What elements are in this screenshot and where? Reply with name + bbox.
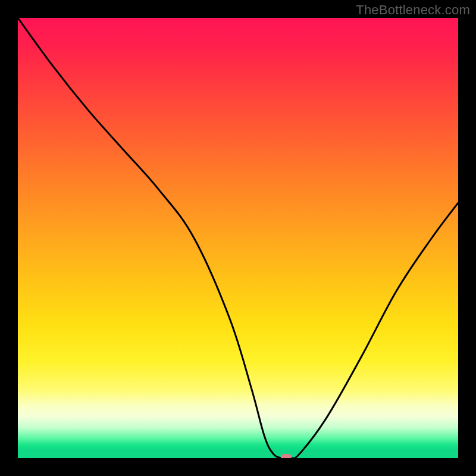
plot-area <box>18 18 458 458</box>
chart-frame: TheBottleneck.com <box>0 0 476 476</box>
watermark-text: TheBottleneck.com <box>356 2 470 18</box>
bottleneck-curve <box>18 18 458 458</box>
optimal-point-marker <box>281 454 292 458</box>
